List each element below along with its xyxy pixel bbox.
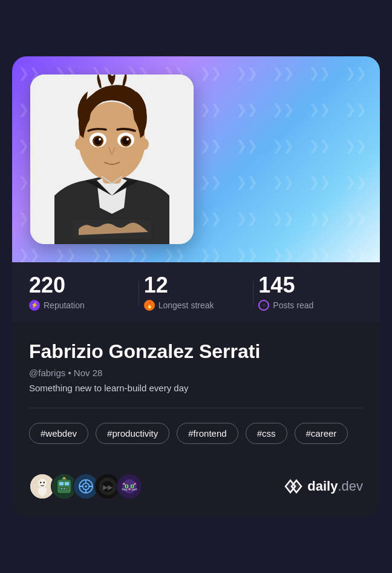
profile-name: Fabrizio Gonzalez Serrati: [29, 340, 363, 363]
svg-point-13: [126, 138, 129, 141]
reputation-label: ⚡ Reputation: [29, 300, 134, 311]
username: @fabrigs: [29, 368, 65, 378]
tag-webdev[interactable]: #webdev: [29, 423, 88, 444]
svg-point-48: [128, 488, 131, 490]
stat-divider-1: [139, 280, 139, 305]
brand-logo: daily.dev: [282, 475, 363, 497]
card-footer: ▶▶: [12, 473, 380, 517]
svg-point-47: [132, 485, 133, 488]
svg-rect-22: [59, 482, 64, 485]
tag-frontend[interactable]: #frontend: [177, 423, 238, 444]
stat-reputation: 220 ⚡ Reputation: [29, 274, 134, 311]
follower-avatars: ▶▶: [29, 473, 143, 500]
avatar-svg: [30, 75, 194, 244]
avatar-wrapper: [30, 75, 194, 244]
svg-rect-25: [61, 488, 63, 489]
svg-text:▶▶: ▶▶: [103, 483, 113, 491]
profile-card: ❯❯: [12, 56, 380, 517]
stat-posts: 145 ○ Posts read: [258, 274, 363, 311]
svg-point-33: [85, 485, 87, 488]
posts-icon: ○: [258, 300, 269, 311]
tags-section: #webdev #productivity #frontend #css #ca…: [29, 423, 363, 444]
divider: [29, 408, 363, 408]
posts-label: ○ Posts read: [258, 300, 363, 311]
svg-point-19: [43, 482, 45, 483]
posts-value: 145: [258, 274, 363, 296]
card-header: ❯❯: [12, 56, 380, 262]
svg-rect-27: [67, 488, 68, 489]
svg-rect-26: [64, 488, 65, 489]
tag-productivity[interactable]: #productivity: [96, 423, 169, 444]
svg-point-29: [63, 477, 65, 480]
streak-icon: 🔥: [144, 300, 155, 311]
brand-icon: [282, 475, 304, 497]
svg-point-46: [126, 485, 128, 488]
brand-name: daily.dev: [307, 479, 363, 494]
reputation-value: 220: [29, 274, 134, 296]
profile-bio: Something new to learn-build every day: [29, 383, 363, 393]
svg-point-43: [122, 479, 137, 494]
svg-rect-21: [57, 480, 71, 493]
streak-value: 12: [144, 274, 249, 296]
svg-point-18: [40, 482, 42, 483]
streak-label: 🔥 Longest streak: [144, 300, 249, 311]
join-date: Nov 28: [74, 368, 103, 378]
tag-career[interactable]: #career: [295, 423, 348, 444]
profile-meta: @fabrigs • Nov 28: [29, 368, 363, 378]
reputation-icon: ⚡: [29, 300, 40, 311]
svg-point-15: [139, 138, 149, 150]
profile-section: Fabrizio Gonzalez Serrati @fabrigs • Nov…: [12, 323, 380, 473]
stat-streak: 12 🔥 Longest streak: [144, 274, 249, 311]
follower-avatar-5: [116, 473, 143, 500]
meta-separator: •: [68, 368, 73, 378]
tag-css[interactable]: #css: [246, 423, 287, 444]
stats-bar: 220 ⚡ Reputation 12 🔥 Longest streak 145…: [12, 262, 380, 323]
stat-divider-2: [253, 280, 253, 305]
svg-point-9: [99, 138, 101, 141]
svg-rect-23: [65, 482, 69, 485]
svg-point-14: [75, 138, 85, 150]
avatar-image: [30, 75, 194, 244]
